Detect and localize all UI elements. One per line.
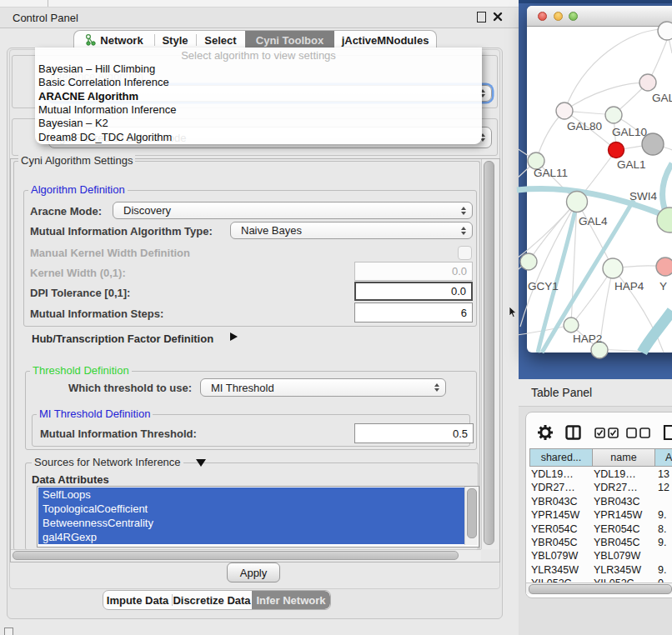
dropdown-item[interactable]: Dream8 DC_TDC Algorithm bbox=[38, 131, 172, 144]
node-label: SWI4 bbox=[629, 190, 657, 202]
node[interactable] bbox=[658, 22, 672, 40]
table-cell[interactable]: YLR345W bbox=[531, 563, 591, 577]
table-cell[interactable]: 13 bbox=[658, 468, 672, 481]
dropdown-item[interactable]: Mutual Information Inference bbox=[38, 103, 176, 117]
table-cell[interactable]: YBR043C bbox=[594, 495, 654, 508]
gear-icon[interactable] bbox=[538, 425, 553, 440]
network-window-titlebar[interactable] bbox=[527, 6, 672, 27]
list-item[interactable]: TopologicalCoefficient bbox=[38, 502, 465, 516]
dropdown-item[interactable]: Basic Correlation Inference bbox=[38, 76, 169, 89]
columns-icon[interactable] bbox=[565, 425, 582, 440]
node-label: GAL80 bbox=[567, 120, 602, 132]
list-item[interactable]: gal4RGexp bbox=[38, 530, 465, 544]
node-gal4[interactable] bbox=[567, 192, 588, 212]
control-panel-titlebar: Control Panel bbox=[0, 8, 519, 28]
table-cell[interactable]: YBR043C bbox=[531, 495, 591, 508]
tab-impute-data[interactable]: Impute Data bbox=[103, 591, 172, 609]
table-cell[interactable]: 9. bbox=[658, 563, 672, 577]
manual-kernel-label: Manual Kernel Width Definition bbox=[30, 247, 190, 259]
table-cell[interactable]: YBR045C bbox=[594, 536, 654, 549]
close-icon[interactable] bbox=[492, 11, 504, 22]
list-scrollbar-thumb[interactable] bbox=[467, 488, 477, 538]
tab-discretize-data[interactable]: Discretize Data bbox=[172, 591, 252, 609]
which-threshold-combobox[interactable]: MI Threshold bbox=[200, 378, 446, 397]
node[interactable] bbox=[639, 74, 656, 91]
mi-steps-input[interactable]: 6 bbox=[354, 302, 473, 322]
zoom-window-icon[interactable] bbox=[569, 12, 578, 21]
aracne-mode-label: Aracne Mode: bbox=[30, 205, 102, 218]
table-cell[interactable]: YPR145W bbox=[594, 508, 654, 522]
collapse-arrow-icon[interactable] bbox=[196, 459, 206, 467]
table-cell[interactable]: 9. bbox=[658, 536, 672, 549]
mi-type-combobox[interactable]: Naive Bayes bbox=[230, 222, 473, 239]
table-hscrollbar-thumb[interactable] bbox=[529, 584, 672, 594]
node-hap2[interactable] bbox=[564, 318, 579, 332]
aracne-mode-combobox[interactable]: Discovery bbox=[113, 202, 473, 219]
dropdown-item-selected[interactable]: ARACNE Algorithm bbox=[38, 90, 138, 103]
table-cell[interactable]: YBL079W bbox=[594, 549, 654, 562]
kernel-width-label: Kernel Width (0,1): bbox=[30, 267, 126, 279]
tab-jactivemnodules[interactable]: jActiveMNodules bbox=[334, 31, 436, 49]
table-cell[interactable]: YDL19… bbox=[531, 468, 591, 481]
apply-button[interactable]: Apply bbox=[227, 562, 280, 582]
column-header-shared[interactable]: shared... bbox=[529, 448, 593, 467]
cyni-settings-title: Cyni Algorithm Settings bbox=[18, 155, 135, 167]
table-cell[interactable]: YDR27… bbox=[594, 481, 654, 494]
node-gal1[interactable] bbox=[609, 142, 624, 158]
node-hap4[interactable] bbox=[603, 258, 623, 278]
algorithm-definition-title: Algorithm Definition bbox=[28, 184, 128, 196]
tab-network[interactable]: Network bbox=[74, 31, 154, 49]
float-panel-icon[interactable] bbox=[477, 12, 486, 22]
dock-icon[interactable] bbox=[4, 628, 13, 635]
vertical-scrollbar-thumb[interactable] bbox=[484, 161, 494, 545]
table-cell[interactable]: YDL19… bbox=[594, 468, 654, 481]
list-item[interactable]: SelfLoops bbox=[38, 488, 465, 502]
tab-cyni-toolbox[interactable]: Cyni Toolbox bbox=[245, 31, 334, 49]
horizontal-scrollbar-thumb[interactable] bbox=[13, 551, 459, 560]
mi-steps-label: Mutual Information Steps: bbox=[30, 308, 163, 320]
table-cell[interactable]: YBL079W bbox=[531, 549, 591, 562]
screen: Control Panel Network Style Select Cyni … bbox=[0, 0, 672, 635]
table-cell[interactable]: YPR145W bbox=[531, 508, 591, 522]
node-gal10[interactable] bbox=[605, 107, 622, 123]
document-icon[interactable] bbox=[663, 424, 672, 441]
minimize-window-icon[interactable] bbox=[554, 12, 563, 21]
which-threshold-label: Which threshold to use: bbox=[68, 382, 192, 394]
table-cell[interactable]: 9. bbox=[658, 508, 672, 522]
unchecked-boxes-icon[interactable] bbox=[626, 428, 651, 438]
expand-arrow-icon[interactable] bbox=[230, 332, 238, 341]
mi-type-label: Mutual Information Algorithm Type: bbox=[30, 225, 213, 238]
checked-boxes-icon[interactable] bbox=[594, 428, 619, 438]
node-label: GAL4 bbox=[579, 215, 608, 228]
data-attributes-list[interactable]: SelfLoops TopologicalCoefficient Between… bbox=[37, 486, 479, 548]
mi-threshold-input[interactable]: 0.5 bbox=[354, 423, 474, 443]
table-cell[interactable]: YDR27… bbox=[531, 481, 591, 494]
dropdown-item[interactable]: Bayesian – Hill Climbing bbox=[38, 62, 155, 76]
tab-select[interactable]: Select bbox=[196, 31, 245, 49]
table-panel-header: Table Panel bbox=[519, 379, 672, 407]
network-graph[interactable]: GAL GAL80 GAL10 GAL1 GAL11 GAL4 SWI4 HAP… bbox=[527, 26, 672, 352]
table-cell[interactable]: YER054C bbox=[531, 522, 591, 536]
dpi-tolerance-input[interactable]: 0.0 bbox=[354, 282, 473, 301]
column-header-3[interactable]: A bbox=[655, 448, 672, 467]
table-cell[interactable]: 8. bbox=[658, 522, 672, 536]
dropdown-item[interactable]: Bayesian – K2 bbox=[38, 117, 108, 130]
manual-kernel-checkbox[interactable] bbox=[458, 246, 472, 260]
mi-threshold-title: MI Threshold Definition bbox=[37, 408, 153, 420]
node-y[interactable] bbox=[656, 258, 672, 276]
column-header-name[interactable]: name bbox=[593, 448, 655, 467]
threshold-definition-title: Threshold Definition bbox=[30, 365, 132, 377]
table-cell[interactable] bbox=[658, 495, 672, 508]
table-cell[interactable]: YER054C bbox=[594, 522, 654, 536]
tab-infer-network[interactable]: Infer Network bbox=[252, 591, 330, 609]
node-gcy1[interactable] bbox=[520, 253, 537, 270]
close-window-icon[interactable] bbox=[538, 12, 547, 21]
table-cell[interactable]: YLR345W bbox=[594, 563, 654, 577]
node-gal80[interactable] bbox=[556, 102, 573, 119]
table-cell[interactable]: 12 bbox=[658, 481, 672, 494]
list-item[interactable]: BetweennessCentrality bbox=[38, 516, 465, 530]
table-cell[interactable]: YBR045C bbox=[531, 536, 591, 549]
table-cell[interactable] bbox=[658, 549, 672, 562]
kernel-width-input[interactable]: 0.0 bbox=[354, 262, 473, 281]
tab-style[interactable]: Style bbox=[154, 31, 196, 49]
